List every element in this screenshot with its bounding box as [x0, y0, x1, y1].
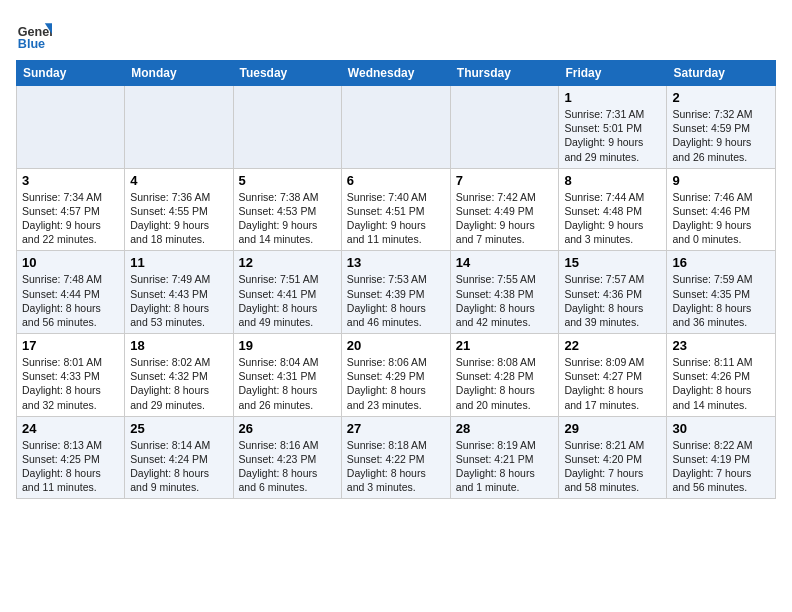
- day-number: 25: [130, 421, 227, 436]
- calendar-cell: 1Sunrise: 7:31 AM Sunset: 5:01 PM Daylig…: [559, 86, 667, 169]
- day-info: Sunrise: 8:21 AM Sunset: 4:20 PM Dayligh…: [564, 438, 661, 495]
- day-number: 23: [672, 338, 770, 353]
- day-info: Sunrise: 7:38 AM Sunset: 4:53 PM Dayligh…: [239, 190, 336, 247]
- day-number: 29: [564, 421, 661, 436]
- calendar-week-row: 24Sunrise: 8:13 AM Sunset: 4:25 PM Dayli…: [17, 416, 776, 499]
- calendar-cell: 5Sunrise: 7:38 AM Sunset: 4:53 PM Daylig…: [233, 168, 341, 251]
- day-number: 5: [239, 173, 336, 188]
- calendar-week-row: 10Sunrise: 7:48 AM Sunset: 4:44 PM Dayli…: [17, 251, 776, 334]
- day-info: Sunrise: 8:14 AM Sunset: 4:24 PM Dayligh…: [130, 438, 227, 495]
- day-number: 10: [22, 255, 119, 270]
- day-info: Sunrise: 8:08 AM Sunset: 4:28 PM Dayligh…: [456, 355, 554, 412]
- day-number: 6: [347, 173, 445, 188]
- calendar-cell: 24Sunrise: 8:13 AM Sunset: 4:25 PM Dayli…: [17, 416, 125, 499]
- day-number: 19: [239, 338, 336, 353]
- day-number: 28: [456, 421, 554, 436]
- calendar-cell: 9Sunrise: 7:46 AM Sunset: 4:46 PM Daylig…: [667, 168, 776, 251]
- day-info: Sunrise: 8:01 AM Sunset: 4:33 PM Dayligh…: [22, 355, 119, 412]
- logo-icon: General Blue: [16, 16, 52, 52]
- day-info: Sunrise: 7:57 AM Sunset: 4:36 PM Dayligh…: [564, 272, 661, 329]
- calendar-table: SundayMondayTuesdayWednesdayThursdayFrid…: [16, 60, 776, 499]
- day-info: Sunrise: 7:46 AM Sunset: 4:46 PM Dayligh…: [672, 190, 770, 247]
- calendar-cell: 8Sunrise: 7:44 AM Sunset: 4:48 PM Daylig…: [559, 168, 667, 251]
- day-info: Sunrise: 7:51 AM Sunset: 4:41 PM Dayligh…: [239, 272, 336, 329]
- day-number: 22: [564, 338, 661, 353]
- calendar-cell: 20Sunrise: 8:06 AM Sunset: 4:29 PM Dayli…: [341, 334, 450, 417]
- day-info: Sunrise: 7:49 AM Sunset: 4:43 PM Dayligh…: [130, 272, 227, 329]
- calendar-cell: 16Sunrise: 7:59 AM Sunset: 4:35 PM Dayli…: [667, 251, 776, 334]
- day-number: 1: [564, 90, 661, 105]
- calendar-cell: 21Sunrise: 8:08 AM Sunset: 4:28 PM Dayli…: [450, 334, 559, 417]
- weekday-header: Thursday: [450, 61, 559, 86]
- day-number: 14: [456, 255, 554, 270]
- day-number: 2: [672, 90, 770, 105]
- calendar-cell: 2Sunrise: 7:32 AM Sunset: 4:59 PM Daylig…: [667, 86, 776, 169]
- calendar-cell: 3Sunrise: 7:34 AM Sunset: 4:57 PM Daylig…: [17, 168, 125, 251]
- logo: General Blue: [16, 16, 52, 52]
- day-number: 12: [239, 255, 336, 270]
- day-number: 20: [347, 338, 445, 353]
- calendar-cell: 26Sunrise: 8:16 AM Sunset: 4:23 PM Dayli…: [233, 416, 341, 499]
- calendar-cell: [125, 86, 233, 169]
- calendar-week-row: 17Sunrise: 8:01 AM Sunset: 4:33 PM Dayli…: [17, 334, 776, 417]
- day-number: 24: [22, 421, 119, 436]
- day-info: Sunrise: 7:44 AM Sunset: 4:48 PM Dayligh…: [564, 190, 661, 247]
- day-number: 11: [130, 255, 227, 270]
- calendar-week-row: 1Sunrise: 7:31 AM Sunset: 5:01 PM Daylig…: [17, 86, 776, 169]
- day-number: 26: [239, 421, 336, 436]
- day-info: Sunrise: 8:22 AM Sunset: 4:19 PM Dayligh…: [672, 438, 770, 495]
- calendar-cell: [341, 86, 450, 169]
- calendar-cell: 23Sunrise: 8:11 AM Sunset: 4:26 PM Dayli…: [667, 334, 776, 417]
- day-info: Sunrise: 8:06 AM Sunset: 4:29 PM Dayligh…: [347, 355, 445, 412]
- day-number: 7: [456, 173, 554, 188]
- day-info: Sunrise: 7:48 AM Sunset: 4:44 PM Dayligh…: [22, 272, 119, 329]
- calendar-cell: 7Sunrise: 7:42 AM Sunset: 4:49 PM Daylig…: [450, 168, 559, 251]
- day-info: Sunrise: 8:09 AM Sunset: 4:27 PM Dayligh…: [564, 355, 661, 412]
- day-info: Sunrise: 7:55 AM Sunset: 4:38 PM Dayligh…: [456, 272, 554, 329]
- calendar-cell: 30Sunrise: 8:22 AM Sunset: 4:19 PM Dayli…: [667, 416, 776, 499]
- day-info: Sunrise: 7:59 AM Sunset: 4:35 PM Dayligh…: [672, 272, 770, 329]
- calendar-cell: 14Sunrise: 7:55 AM Sunset: 4:38 PM Dayli…: [450, 251, 559, 334]
- day-number: 15: [564, 255, 661, 270]
- day-info: Sunrise: 8:02 AM Sunset: 4:32 PM Dayligh…: [130, 355, 227, 412]
- weekday-header: Saturday: [667, 61, 776, 86]
- calendar-cell: 19Sunrise: 8:04 AM Sunset: 4:31 PM Dayli…: [233, 334, 341, 417]
- day-number: 30: [672, 421, 770, 436]
- day-info: Sunrise: 8:16 AM Sunset: 4:23 PM Dayligh…: [239, 438, 336, 495]
- day-info: Sunrise: 8:04 AM Sunset: 4:31 PM Dayligh…: [239, 355, 336, 412]
- day-number: 13: [347, 255, 445, 270]
- calendar-cell: 6Sunrise: 7:40 AM Sunset: 4:51 PM Daylig…: [341, 168, 450, 251]
- calendar-cell: [233, 86, 341, 169]
- day-number: 16: [672, 255, 770, 270]
- calendar-cell: 29Sunrise: 8:21 AM Sunset: 4:20 PM Dayli…: [559, 416, 667, 499]
- day-info: Sunrise: 8:18 AM Sunset: 4:22 PM Dayligh…: [347, 438, 445, 495]
- calendar-cell: 13Sunrise: 7:53 AM Sunset: 4:39 PM Dayli…: [341, 251, 450, 334]
- day-number: 27: [347, 421, 445, 436]
- day-info: Sunrise: 7:36 AM Sunset: 4:55 PM Dayligh…: [130, 190, 227, 247]
- weekday-header: Tuesday: [233, 61, 341, 86]
- calendar-cell: [450, 86, 559, 169]
- weekday-header: Sunday: [17, 61, 125, 86]
- day-number: 9: [672, 173, 770, 188]
- calendar-week-row: 3Sunrise: 7:34 AM Sunset: 4:57 PM Daylig…: [17, 168, 776, 251]
- day-info: Sunrise: 7:34 AM Sunset: 4:57 PM Dayligh…: [22, 190, 119, 247]
- calendar-cell: 12Sunrise: 7:51 AM Sunset: 4:41 PM Dayli…: [233, 251, 341, 334]
- day-number: 18: [130, 338, 227, 353]
- weekday-header: Wednesday: [341, 61, 450, 86]
- day-info: Sunrise: 7:53 AM Sunset: 4:39 PM Dayligh…: [347, 272, 445, 329]
- calendar-cell: 15Sunrise: 7:57 AM Sunset: 4:36 PM Dayli…: [559, 251, 667, 334]
- day-number: 17: [22, 338, 119, 353]
- calendar-cell: 22Sunrise: 8:09 AM Sunset: 4:27 PM Dayli…: [559, 334, 667, 417]
- calendar-cell: 10Sunrise: 7:48 AM Sunset: 4:44 PM Dayli…: [17, 251, 125, 334]
- day-info: Sunrise: 8:13 AM Sunset: 4:25 PM Dayligh…: [22, 438, 119, 495]
- calendar-header-row: SundayMondayTuesdayWednesdayThursdayFrid…: [17, 61, 776, 86]
- day-number: 8: [564, 173, 661, 188]
- day-number: 21: [456, 338, 554, 353]
- day-info: Sunrise: 8:11 AM Sunset: 4:26 PM Dayligh…: [672, 355, 770, 412]
- calendar-cell: 4Sunrise: 7:36 AM Sunset: 4:55 PM Daylig…: [125, 168, 233, 251]
- calendar-cell: 11Sunrise: 7:49 AM Sunset: 4:43 PM Dayli…: [125, 251, 233, 334]
- calendar-cell: 25Sunrise: 8:14 AM Sunset: 4:24 PM Dayli…: [125, 416, 233, 499]
- calendar-cell: 18Sunrise: 8:02 AM Sunset: 4:32 PM Dayli…: [125, 334, 233, 417]
- day-info: Sunrise: 8:19 AM Sunset: 4:21 PM Dayligh…: [456, 438, 554, 495]
- weekday-header: Monday: [125, 61, 233, 86]
